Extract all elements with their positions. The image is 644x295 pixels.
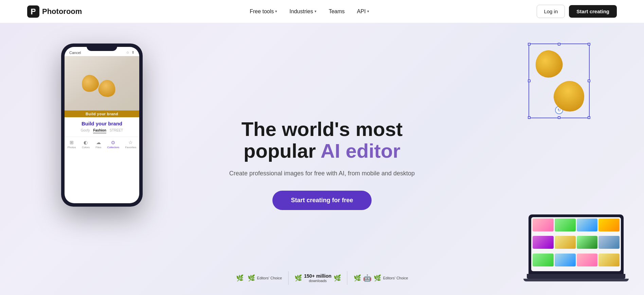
handle-bl	[528, 116, 531, 119]
handle-tl	[528, 43, 531, 46]
handle-lm	[528, 80, 531, 82]
phone-mockup: Cancel ☆ ⬆ Build your brand Build your b…	[61, 44, 143, 207]
badge-apple-text: Editors' Choice	[257, 276, 282, 280]
phone-cancel: Cancel	[69, 51, 81, 55]
laptop-thumb-1	[533, 219, 554, 231]
laptop-thumb-11	[577, 254, 598, 266]
share-icon: ⬆	[131, 50, 135, 55]
hero-title: The world's most popular AI editor	[242, 118, 403, 162]
laptop-thumb-12	[598, 254, 620, 266]
laptop-mockup	[529, 214, 624, 281]
earring-decoration: ↻	[525, 44, 600, 132]
phone-nav-collectors[interactable]: ⊙ Collectors	[107, 140, 120, 149]
nav-actions: Log in Start creating	[537, 5, 617, 18]
login-button[interactable]: Log in	[537, 5, 565, 18]
phone-notch	[87, 44, 117, 51]
apple-badge-label: Editors' Choice	[257, 276, 282, 280]
handle-rm	[588, 80, 590, 82]
laurel-right-icon: 🌿	[248, 274, 255, 282]
laurel-right-icon-2: 🌿	[334, 274, 341, 282]
phone-nav-colors[interactable]: ◐ Colors	[82, 140, 90, 149]
nav-links: Free tools ▾ Industries ▾ Teams API ▾	[245, 6, 374, 17]
phone-image-area	[65, 56, 139, 110]
laptop-thumb-10	[555, 254, 576, 266]
laptop-thumb-7	[577, 236, 598, 249]
chevron-down-icon: ▾	[315, 9, 317, 14]
hero-cta-button[interactable]: Start creating for free	[272, 191, 371, 210]
laptop-screen	[529, 214, 624, 274]
search-icon: ⊙	[111, 140, 115, 145]
phone-icons: ☆ ⬆	[126, 50, 135, 55]
logo[interactable]: Photoroom	[27, 5, 82, 18]
phone-brand-banner: Build your brand	[65, 110, 139, 117]
hero-title-highlight: AI editor	[321, 140, 400, 162]
laptop-thumb-2	[555, 219, 576, 231]
start-creating-button[interactable]: Start creating	[569, 5, 617, 18]
phone-tab-fashion[interactable]: Fashion	[93, 128, 106, 133]
badges-row: 🌿 🌿 Editors' Choice 🌿 150+ million downl…	[230, 271, 414, 285]
phone-tabs: Goofy Fashion STREET	[65, 128, 139, 135]
colors-icon: ◐	[84, 140, 88, 145]
laurel-left-icon-3: 🌿	[354, 274, 361, 282]
phone-nav-files[interactable]: ☁ Files	[95, 140, 101, 149]
downloads-main: 150+ million	[304, 273, 332, 279]
downloads-sub: downloads	[309, 279, 327, 283]
phone-nav-photos[interactable]: ⊞ Photos	[68, 140, 76, 149]
logo-text: Photoroom	[42, 7, 82, 16]
handle-tr	[588, 43, 590, 46]
hero-section: Cancel ☆ ⬆ Build your brand Build your b…	[0, 23, 644, 295]
logo-icon	[27, 5, 39, 18]
handle-tm	[558, 43, 560, 46]
laptop-thumb-9	[533, 254, 554, 266]
files-icon: ☁	[96, 140, 101, 145]
laurel-right-icon-3: 🌿	[374, 274, 381, 282]
badge-apple: 🌿 🌿 Editors' Choice	[230, 274, 288, 282]
nav-industries[interactable]: Industries ▾	[285, 6, 321, 17]
handle-bm	[558, 116, 560, 119]
phone-bottom-nav: ⊞ Photos ◐ Colors ☁ Files ⊙ Collectors	[65, 137, 139, 152]
star-icon: ☆	[126, 50, 129, 55]
phone-tab-street[interactable]: STREET	[110, 128, 123, 133]
handle-br	[588, 116, 590, 119]
laptop-bottom	[523, 279, 629, 281]
phone-screen: Cancel ☆ ⬆ Build your brand Build your b…	[65, 47, 139, 203]
laptop-thumb-6	[555, 236, 576, 249]
phone-tab-goofy[interactable]: Goofy	[81, 128, 90, 133]
nav-free-tools[interactable]: Free tools ▾	[245, 6, 282, 17]
phone-brand-text: Build your brand	[65, 117, 139, 128]
badge-android-text: Editors' Choice	[383, 276, 408, 280]
phone-nav-favorites[interactable]: ☆ Favorites	[125, 140, 136, 149]
hero-subtitle: Create professional images for free with…	[229, 169, 415, 178]
hero-content: The world's most popular AI editor Creat…	[229, 118, 415, 210]
badge-downloads: 🌿 150+ million downloads 🌿	[288, 273, 347, 283]
laurel-left-icon: 🌿	[236, 274, 244, 282]
hero-title-plain: popular	[244, 140, 321, 162]
laptop-thumb-5	[533, 236, 554, 249]
badge-android: 🌿 🤖 🌿 Editors' Choice	[347, 274, 414, 282]
star-icon: ☆	[128, 140, 133, 145]
photos-icon: ⊞	[70, 140, 74, 145]
laurel-left-icon-2: 🌿	[294, 274, 302, 282]
laptop-thumb-8	[598, 236, 620, 249]
logo-svg	[30, 8, 37, 15]
laptop-thumb-3	[577, 219, 598, 231]
navbar: Photoroom Free tools ▾ Industries ▾ Team…	[0, 0, 644, 23]
chevron-down-icon: ▾	[275, 9, 277, 14]
laptop-screen-inner	[531, 217, 621, 271]
laptop-thumb-4	[598, 219, 620, 231]
chevron-down-icon: ▾	[367, 9, 369, 14]
android-badge-label: Editors' Choice	[383, 276, 408, 280]
laptop-base	[527, 274, 625, 279]
android-icon: 🤖	[363, 274, 372, 282]
nav-api[interactable]: API ▾	[352, 6, 374, 17]
nav-teams[interactable]: Teams	[324, 6, 350, 17]
badge-downloads-text: 150+ million downloads	[304, 273, 332, 283]
